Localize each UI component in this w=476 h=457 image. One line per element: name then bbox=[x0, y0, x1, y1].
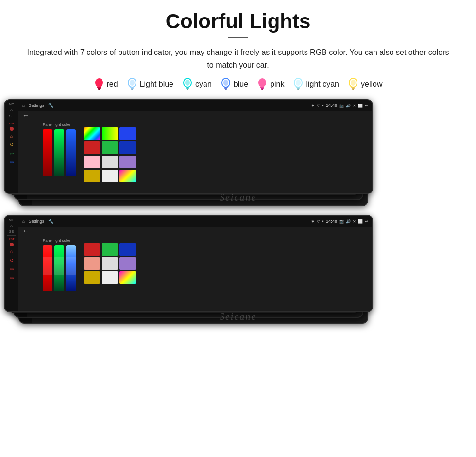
svg-rect-13 bbox=[187, 89, 188, 90]
color-label-red: red bbox=[107, 80, 118, 88]
svg-rect-31 bbox=[352, 88, 355, 89]
color-item-yellow: yellow bbox=[348, 78, 382, 90]
svg-rect-32 bbox=[352, 89, 354, 90]
page-title: Colorful Lights bbox=[166, 10, 311, 33]
color-label-pink: pink bbox=[270, 80, 284, 88]
svg-rect-27 bbox=[297, 89, 299, 90]
svg-point-29 bbox=[351, 80, 356, 86]
color-item-blue: blue bbox=[221, 78, 248, 90]
svg-rect-26 bbox=[297, 88, 300, 89]
bulb-cyan bbox=[182, 78, 193, 90]
color-label-yellow: yellow bbox=[361, 80, 382, 88]
bulb-blue bbox=[221, 78, 231, 90]
color-label-blue: blue bbox=[234, 80, 248, 88]
svg-rect-7 bbox=[131, 88, 134, 89]
svg-rect-20 bbox=[260, 87, 264, 88]
color-label-lightblue: Light blue bbox=[140, 80, 173, 88]
svg-point-19 bbox=[258, 78, 266, 87]
svg-rect-25 bbox=[296, 87, 300, 88]
bulb-yellow bbox=[348, 78, 358, 90]
color-item-lightblue: Light blue bbox=[127, 78, 173, 90]
bulb-red bbox=[94, 78, 104, 90]
title-divider bbox=[228, 37, 248, 38]
color-item-lightcyan: light cyan bbox=[293, 78, 339, 90]
svg-point-15 bbox=[223, 80, 228, 86]
color-item-cyan: cyan bbox=[182, 78, 212, 90]
page-container: Colorful Lights Integrated with 7 colors… bbox=[0, 0, 476, 457]
screen-1-main: MC ⌂ SE RST ⌂ ↺ ⇦ ⇦ ⌂ Settings 🔧 bbox=[4, 99, 373, 194]
svg-point-0 bbox=[95, 78, 103, 87]
color-item-pink: pink bbox=[257, 78, 284, 90]
svg-rect-6 bbox=[130, 87, 134, 88]
bulb-lightblue bbox=[127, 78, 137, 90]
description: Integrated with 7 colors of button indic… bbox=[24, 46, 452, 71]
svg-point-10 bbox=[185, 80, 190, 86]
svg-point-5 bbox=[130, 80, 135, 86]
svg-rect-17 bbox=[224, 88, 227, 89]
color-row: red Light blue bbox=[94, 78, 383, 90]
svg-rect-1 bbox=[97, 87, 101, 88]
screen-r2-1-main: MC ⌂ SE RST ⌂ ↺ ⇦ ⇦ ⌂ Settings 🔧 bbox=[4, 215, 373, 312]
svg-rect-21 bbox=[261, 88, 264, 89]
svg-point-24 bbox=[296, 80, 301, 86]
svg-rect-22 bbox=[261, 89, 263, 90]
color-label-cyan: cyan bbox=[195, 80, 212, 88]
svg-rect-12 bbox=[186, 88, 189, 89]
svg-rect-3 bbox=[98, 89, 100, 90]
svg-rect-16 bbox=[224, 87, 228, 88]
svg-rect-8 bbox=[131, 89, 133, 90]
svg-rect-18 bbox=[225, 89, 227, 90]
color-label-lightcyan: light cyan bbox=[306, 80, 339, 88]
device-row-2: MC ⌂ SE RST ⌂ ↺ ⇦ ⇦ ⌂SE ← bbox=[10, 215, 466, 329]
device-row-1: MC ⌂ SE RST ⌂ ↺ ⇦ ⇦ ⌂Settings🔧 ✱ ▽ ♥ 14:… bbox=[10, 99, 466, 210]
color-item-red: red bbox=[94, 78, 118, 90]
svg-rect-11 bbox=[186, 87, 189, 88]
bulb-lightcyan bbox=[293, 78, 304, 90]
svg-rect-2 bbox=[98, 88, 101, 89]
bulb-pink bbox=[257, 78, 268, 90]
svg-rect-30 bbox=[351, 87, 355, 88]
